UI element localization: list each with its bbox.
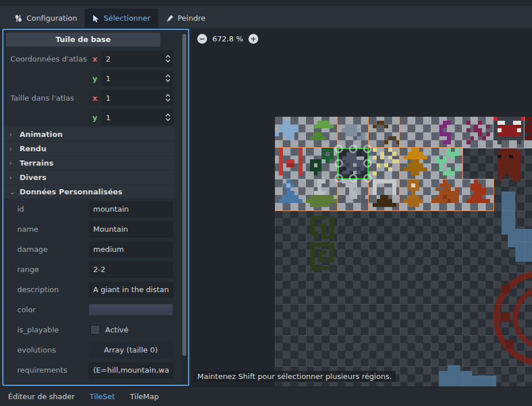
zoom-out-button[interactable]: − <box>197 34 207 44</box>
range-input[interactable]: 2-2 <box>89 262 173 278</box>
chevron-right-icon: › <box>9 159 15 167</box>
bottom-tab-tileset[interactable]: TileSet <box>90 392 115 401</box>
is_playable-checkbox[interactable] <box>90 325 100 335</box>
spin-value[interactable]: 1 <box>101 113 163 122</box>
atlas-size-y-spinbox[interactable]: y 1 <box>89 109 173 125</box>
selection-resize-handle[interactable] <box>363 159 372 168</box>
spin-updown-icon[interactable] <box>163 113 173 121</box>
inspector-scrollbar-thumb[interactable] <box>182 34 186 356</box>
tile-empty[interactable] <box>400 117 431 148</box>
selection-resize-handle[interactable] <box>334 145 343 154</box>
property-label: description <box>3 285 89 294</box>
section-terrains[interactable]: ›Terrains <box>3 156 175 170</box>
tile-white-arch[interactable] <box>369 179 400 210</box>
tile-brown-arcs[interactable] <box>369 117 400 148</box>
atlas-coords-x-spinbox[interactable]: x 2 <box>89 51 173 67</box>
atlas-coords-y-spinbox[interactable]: y 1 <box>89 70 173 86</box>
tile-yellow-scatter[interactable] <box>369 148 400 179</box>
effects-array-button[interactable]: Array (taille 0) <box>89 382 173 385</box>
section-animation[interactable]: ›Animation <box>3 127 175 141</box>
atlas-canvas[interactable]: − 672.8 % + <box>191 29 532 386</box>
tile-blue-cloud[interactable] <box>275 117 306 148</box>
bottom-tab-tilemap[interactable]: TileMap <box>130 392 159 401</box>
color-picker-swatch[interactable] <box>89 304 173 316</box>
spin-value[interactable]: 2 <box>101 55 163 63</box>
section-donn-es-personnalis-es[interactable]: ⌄Données Personnalisées <box>3 185 175 198</box>
tile-monster-face[interactable] <box>493 117 525 148</box>
tile-red-blob[interactable] <box>462 179 493 210</box>
tile-rust-mountains[interactable] <box>431 179 462 210</box>
tile-dark-trees[interactable] <box>306 148 337 179</box>
bottom-tab-shader-editor[interactable]: Éditeur de shader <box>8 392 75 401</box>
atlas-size-x-row: Taille dans l'atlas x 1 <box>3 88 175 108</box>
selection-resize-handle[interactable] <box>363 145 372 154</box>
section-rendu[interactable]: ›Rendu <box>3 141 175 155</box>
tile-red-flag[interactable] <box>275 148 306 179</box>
chevron-right-icon: › <box>9 144 15 153</box>
section-label: Données Personnalisées <box>20 187 123 196</box>
property-label: evolutions <box>3 346 89 354</box>
zoom-in-button[interactable]: + <box>248 34 258 44</box>
axis-x-badge: x <box>89 51 101 67</box>
description-input[interactable]: A giant in the distan <box>89 282 174 298</box>
property-value: mountain <box>89 201 173 217</box>
godot-tileset-editor: Configuration Sélectionner Peindre Tuile… <box>0 0 532 406</box>
chevron-right-icon: › <box>9 173 15 182</box>
tile-mint-sprouts[interactable] <box>431 148 462 179</box>
tile-blue-statue[interactable] <box>275 179 306 210</box>
selection-resize-handle[interactable] <box>349 145 357 154</box>
tab-selectionner[interactable]: Sélectionner <box>85 9 158 28</box>
tab-configuration[interactable]: Configuration <box>7 9 85 28</box>
axis-y-badge: y <box>89 109 101 125</box>
tile-green-bushes[interactable] <box>306 117 337 148</box>
section-divers[interactable]: ›Divers <box>3 170 175 184</box>
damage-input[interactable]: medium <box>89 242 173 258</box>
atlas-coords-x-row: Coordonnées d'atlas x 2 <box>3 49 175 68</box>
tile-purple-glyph[interactable] <box>431 117 462 148</box>
tile-orange-tower[interactable] <box>400 179 431 210</box>
tile-mountain-selected[interactable] <box>338 148 369 179</box>
selection-resize-handle[interactable] <box>349 174 357 182</box>
id-input[interactable]: mountain <box>89 201 173 217</box>
tab-peindre[interactable]: Peindre <box>158 9 213 28</box>
spin-value[interactable]: 1 <box>101 74 163 83</box>
spin-value[interactable]: 1 <box>101 94 163 102</box>
selection-resize-handle[interactable] <box>334 159 343 168</box>
tile-gray-cliff[interactable] <box>338 179 369 210</box>
atlas-size-x-spinbox[interactable]: x 1 <box>89 90 173 106</box>
spin-updown-icon[interactable] <box>163 55 173 63</box>
tile-gray-cloud[interactable] <box>338 117 369 148</box>
inspector-header: Tuile de base <box>6 33 160 47</box>
atlas-texture[interactable] <box>275 117 532 386</box>
prop-row-range: range2-2 <box>3 259 175 279</box>
tile-magenta-scatter[interactable] <box>462 117 493 148</box>
prop-row-damage: damagemedium <box>3 239 175 259</box>
spin-updown-icon[interactable] <box>163 74 173 82</box>
selection-resize-handle[interactable] <box>363 174 372 182</box>
evolutions-array-button[interactable]: Array (taille 0) <box>89 342 173 358</box>
spin-updown-icon[interactable] <box>163 94 173 102</box>
section-label: Rendu <box>20 144 47 153</box>
custom-data-properties: idmountainnameMountaindamagemediumrange2… <box>3 199 175 385</box>
paintbrush-icon <box>166 14 174 22</box>
name-input[interactable]: Mountain <box>89 221 173 238</box>
checkbox-label: Activé <box>105 325 128 334</box>
property-value: Mountain <box>89 221 173 238</box>
section-label: Divers <box>20 173 47 182</box>
property-label: Coordonnées d'atlas <box>3 55 89 63</box>
tile-inspector-panel: Tuile de base Coordonnées d'atlas x 2 y … <box>2 29 189 386</box>
tab-label: Peindre <box>178 14 206 22</box>
inspector-scrollbar[interactable] <box>182 31 187 384</box>
tile-monster-partial[interactable] <box>525 117 532 148</box>
property-label: is_playable <box>3 325 89 334</box>
prop-row-evolutions: evolutionsArray (taille 0) <box>3 340 175 360</box>
requirements-input[interactable]: (E=hill,mountain,wa <box>89 362 174 378</box>
chevron-right-icon: › <box>9 130 15 139</box>
tile-green-pillar[interactable] <box>306 179 337 210</box>
property-value: medium <box>89 242 173 258</box>
inspector-scroll-area: Tuile de base Coordonnées d'atlas x 2 y … <box>3 30 188 385</box>
selection-resize-handle[interactable] <box>334 174 343 182</box>
property-label: id <box>3 205 89 213</box>
sliders-icon <box>14 14 22 22</box>
tile-orange-pagoda[interactable] <box>400 148 431 179</box>
